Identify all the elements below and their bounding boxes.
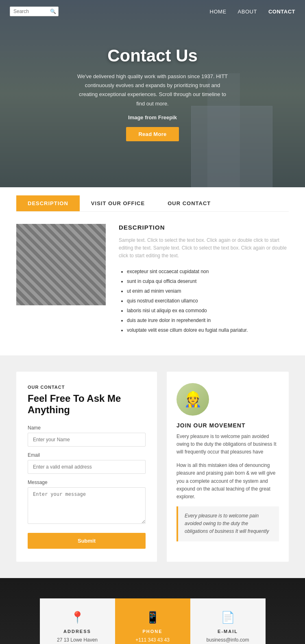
description-section: DESCRIPTION Sample text. Click to select… (0, 212, 305, 355)
contact-right-card: 👷 JOIN OUR MOVEMENT Every pleasure is to… (167, 372, 289, 562)
contact-section: OUR CONTACT Feel Free To Ask Me Anything… (0, 355, 305, 578)
worker-avatar: 👷 (176, 383, 209, 416)
tabs-section: DESCRIPTION VISIT OUR OFFICE OUR CONTACT (0, 187, 305, 212)
email-field-group: Email (28, 452, 146, 474)
email-title: E-MAIL (198, 629, 257, 634)
name-label: Name (28, 425, 146, 431)
email-icon: 📄 (198, 611, 257, 624)
our-contact-label: OUR CONTACT (28, 385, 146, 390)
search-icon: 🔍 (50, 9, 56, 14)
worker-icon: 👷 (184, 391, 202, 408)
search-input[interactable] (13, 9, 50, 14)
description-heading: DESCRIPTION (119, 224, 289, 231)
description-list: excepteur sint occaecat cupidatat non su… (119, 267, 289, 335)
footer-card-phone: 📱 PHONE +111 343 43 43 (115, 598, 190, 644)
list-item: sunt in culpa qui officia deserunt (127, 276, 289, 286)
read-more-button[interactable]: Read More (126, 127, 179, 141)
nav-links: HOME ABOUT CONTACT (210, 9, 295, 15)
address-icon: 📍 (48, 611, 107, 624)
contact-heading: Feel Free To Ask Me Anything (28, 393, 146, 416)
description-sample-text: Sample text. Click to select the text bo… (119, 237, 289, 260)
footer-card-address: 📍 ADDRESS 27 13 Lowe Haven (40, 598, 115, 644)
header: 🔍 HOME ABOUT CONTACT (0, 0, 305, 23)
submit-button[interactable]: Submit (28, 533, 146, 549)
footer-cards: 📍 ADDRESS 27 13 Lowe Haven 📱 PHONE +111 … (0, 578, 305, 644)
address-title: ADDRESS (48, 629, 107, 634)
quote-text: Every pleasure is to welcome pain avoide… (185, 513, 269, 534)
tab-description[interactable]: DESCRIPTION (16, 195, 80, 211)
quote-block: Every pleasure is to welcome pain avoide… (176, 506, 279, 541)
list-item: voluptate velit esse cillum dolore eu fu… (127, 325, 289, 335)
list-item: ut enim ad minim veniam (127, 286, 289, 296)
hero-section: Contact Us We've delivered high quality … (0, 0, 305, 187)
list-item: excepteur sint occaecat cupidatat non (127, 267, 289, 276)
join-text-2: How is all this mistaken idea of denounc… (176, 462, 279, 501)
email-label: Email (28, 452, 146, 458)
description-image (16, 224, 106, 305)
contact-form-card: OUR CONTACT Feel Free To Ask Me Anything… (16, 372, 157, 562)
tab-our-contact[interactable]: OUR CONTACT (156, 195, 222, 211)
message-input[interactable] (28, 487, 146, 524)
search-box[interactable]: 🔍 (10, 7, 59, 16)
join-text-1: Every pleasure is to welcome pain avoide… (176, 433, 279, 456)
message-label: Message (28, 480, 146, 485)
name-input[interactable] (28, 433, 146, 447)
hero-subtitle: We've delivered high quality work with p… (75, 72, 230, 108)
nav-contact[interactable]: CONTACT (268, 9, 295, 15)
message-field-group: Message (28, 480, 146, 526)
address-value: 27 13 Lowe Haven (48, 637, 107, 643)
email-input[interactable] (28, 460, 146, 474)
tab-visit-office[interactable]: VISIT OUR OFFICE (80, 195, 156, 211)
footer-card-email: 📄 E-MAIL business@info.com (190, 598, 266, 644)
hero-title: Contact Us (75, 46, 230, 66)
phone-title: PHONE (123, 629, 182, 634)
email-value: business@info.com (198, 637, 257, 643)
phone-value: +111 343 43 43 (123, 637, 182, 643)
tabs-bar: DESCRIPTION VISIT OUR OFFICE OUR CONTACT (16, 187, 289, 212)
list-item: duis aute irure dolor in reprehenderit i… (127, 315, 289, 325)
footer-section: 📍 ADDRESS 27 13 Lowe Haven 📱 PHONE +111 … (0, 578, 305, 644)
description-content: DESCRIPTION Sample text. Click to select… (119, 224, 289, 335)
hero-image-credit: Image from Freepik (75, 113, 230, 122)
nav-about[interactable]: ABOUT (238, 9, 257, 15)
list-item: laboris nisi ut aliquip ex ea commodo (127, 306, 289, 315)
nav-home[interactable]: HOME (210, 9, 227, 15)
name-field-group: Name (28, 425, 146, 447)
phone-icon: 📱 (123, 611, 182, 624)
join-movement-title: JOIN OUR MOVEMENT (176, 422, 279, 429)
list-item: quis nostrud exercitation ullamco (127, 296, 289, 306)
